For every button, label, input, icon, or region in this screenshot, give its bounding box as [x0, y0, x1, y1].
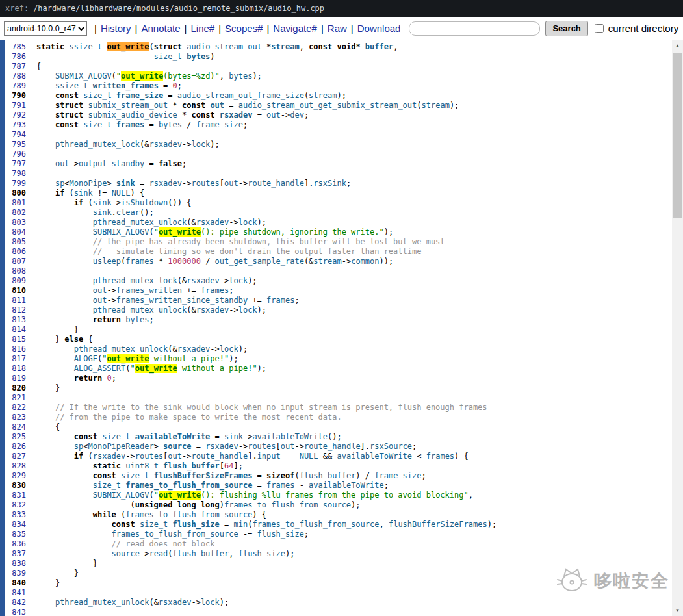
symbol-link[interactable]: SUBMIX_ALOGV [55, 71, 112, 81]
symbol-link[interactable]: rsxadev [159, 598, 192, 607]
line-number[interactable]: 842 [5, 598, 26, 608]
symbol-link[interactable]: audio_stream_out [187, 42, 262, 51]
scopes-link[interactable]: Scopes# [225, 23, 263, 34]
symbol-link[interactable]: isShutdown [121, 198, 168, 207]
line-number[interactable]: 820 [5, 383, 26, 393]
symbol-link[interactable]: min [233, 520, 248, 529]
symbol-link[interactable]: NULL [112, 188, 131, 198]
line-number[interactable]: 810 [5, 286, 26, 296]
line-number[interactable]: 796 [5, 149, 26, 159]
symbol-link[interactable]: audio_stream_out_get_submix_stream_out [238, 101, 417, 110]
symbol-link[interactable]: sink [116, 179, 135, 188]
symbol-link[interactable]: out [55, 159, 70, 168]
line-number[interactable]: 794 [5, 130, 26, 140]
symbol-link[interactable]: frames [116, 120, 144, 129]
symbol-link[interactable]: out_get_sample_rate [215, 257, 304, 266]
symbol-link[interactable]: flushBufferSizeFrames [389, 520, 487, 529]
symbol-link[interactable]: output_standby [79, 159, 144, 168]
symbol-link[interactable]: pthread_mutex_lock [93, 276, 177, 285]
symbol-link[interactable]: frames [125, 257, 153, 266]
symbol-link[interactable]: bytes [229, 71, 252, 81]
line-number[interactable]: 787 [5, 62, 26, 71]
line-number[interactable]: 811 [5, 296, 26, 305]
line-number[interactable]: 808 [5, 266, 26, 276]
symbol-link[interactable]: frames [266, 481, 294, 490]
line-number[interactable]: 838 [5, 559, 26, 569]
line-number[interactable]: 817 [5, 354, 26, 364]
line-number[interactable]: 789 [5, 81, 26, 91]
line-number-link[interactable]: Line# [190, 23, 214, 34]
line-number[interactable]: 793 [5, 120, 26, 130]
line-number[interactable]: 814 [5, 325, 26, 335]
line-number[interactable]: 795 [5, 140, 26, 149]
symbol-link[interactable]: pthread_mutex_unlock [55, 598, 149, 607]
symbol-link[interactable]: MonoPipeReader [88, 442, 153, 451]
scrollbar-down-arrow-icon[interactable]: ▼ [672, 605, 683, 616]
raw-link[interactable]: Raw [328, 23, 347, 34]
line-number[interactable]: 841 [5, 588, 26, 598]
symbol-link[interactable]: rsxadev [220, 110, 253, 120]
line-number[interactable]: 801 [5, 198, 26, 208]
line-number[interactable]: 839 [5, 569, 26, 578]
line-number[interactable]: 825 [5, 432, 26, 442]
symbol-link[interactable]: lock [229, 276, 248, 285]
annotate-link[interactable]: Annotate [141, 23, 180, 34]
symbol-link[interactable]: out [281, 442, 295, 451]
symbol-link[interactable]: stream [422, 101, 450, 110]
symbol-link[interactable]: sink [93, 198, 112, 207]
symbol-link[interactable]: size_t [83, 91, 111, 100]
line-number[interactable]: 804 [5, 227, 26, 237]
symbol-link[interactable]: written_frames [93, 81, 159, 90]
vertical-scrollbar[interactable]: ▲ ▼ [672, 40, 683, 616]
symbol-link[interactable]: rsxSource [370, 442, 412, 451]
symbol-link[interactable]: frame_size [116, 91, 163, 100]
symbol-link[interactable]: flush_buffer [163, 461, 220, 470]
symbol-link[interactable]: out [93, 286, 107, 295]
symbol-link[interactable]: route_handle [248, 179, 304, 188]
symbol-link[interactable]: bytes [125, 315, 149, 324]
line-number[interactable]: 812 [5, 305, 26, 315]
line-number[interactable]: 785 [5, 42, 26, 52]
symbol-link[interactable]: size_t [83, 120, 111, 129]
symbol-link[interactable]: rsxadev [149, 179, 182, 188]
symbol-link[interactable]: ssize_t [55, 81, 88, 90]
symbol-link[interactable]: frames_written_since_standby [116, 296, 248, 305]
symbol-link[interactable]: rsxadev [187, 276, 220, 285]
symbol-link[interactable]: buffer [365, 42, 393, 51]
symbol-link[interactable]: availableToWrite [135, 432, 211, 441]
symbol-link[interactable]: flush_size [257, 530, 304, 539]
line-number[interactable]: 809 [5, 276, 26, 286]
symbol-link[interactable]: read [149, 549, 168, 558]
current-directory-checkbox[interactable] [595, 24, 604, 33]
symbol-link[interactable]: sink [93, 208, 112, 217]
version-select[interactable]: android-10.0.0_r47 [4, 21, 87, 36]
symbol-link[interactable]: ALOGE [74, 354, 97, 363]
symbol-link[interactable]: stream [313, 257, 341, 266]
symbol-link[interactable]: uint8_t [125, 461, 159, 470]
symbol-link[interactable]: submix_stream_out [88, 101, 168, 110]
symbol-link[interactable]: stream [309, 91, 337, 100]
symbol-link[interactable]: route_handle [304, 442, 361, 451]
symbol-link[interactable]: pthread_mutex_lock [55, 140, 140, 149]
symbol-link[interactable]: common [351, 257, 379, 266]
line-number[interactable]: 800 [5, 188, 26, 198]
symbol-link[interactable]: sp [74, 442, 83, 451]
symbol-link[interactable]: out [93, 296, 107, 305]
symbol-link[interactable]: availableToWrite [309, 481, 384, 490]
symbol-link[interactable]: out [168, 452, 182, 461]
symbol-link[interactable]: ssize_t [70, 42, 103, 51]
symbol-link[interactable]: lock [201, 598, 220, 607]
line-number[interactable]: 818 [5, 364, 26, 374]
line-number[interactable]: 827 [5, 452, 26, 461]
symbol-link[interactable]: size_t [102, 432, 130, 441]
file-path-breadcrumb[interactable]: /hardware/libhardware/modules/audio_remo… [33, 4, 324, 13]
scrollbar-thumb[interactable] [673, 53, 682, 218]
symbol-link[interactable]: size_t [121, 471, 149, 480]
current-directory-label[interactable]: current directory [608, 23, 678, 34]
line-number[interactable]: 816 [5, 344, 26, 354]
line-number[interactable]: 832 [5, 500, 26, 510]
symbol-link[interactable]: SUBMIX_ALOGV [93, 227, 149, 237]
symbol-link[interactable]: routes [191, 179, 219, 188]
symbol-link[interactable]: route_handle [191, 452, 248, 461]
symbol-link[interactable]: availableToWrite [337, 452, 412, 461]
